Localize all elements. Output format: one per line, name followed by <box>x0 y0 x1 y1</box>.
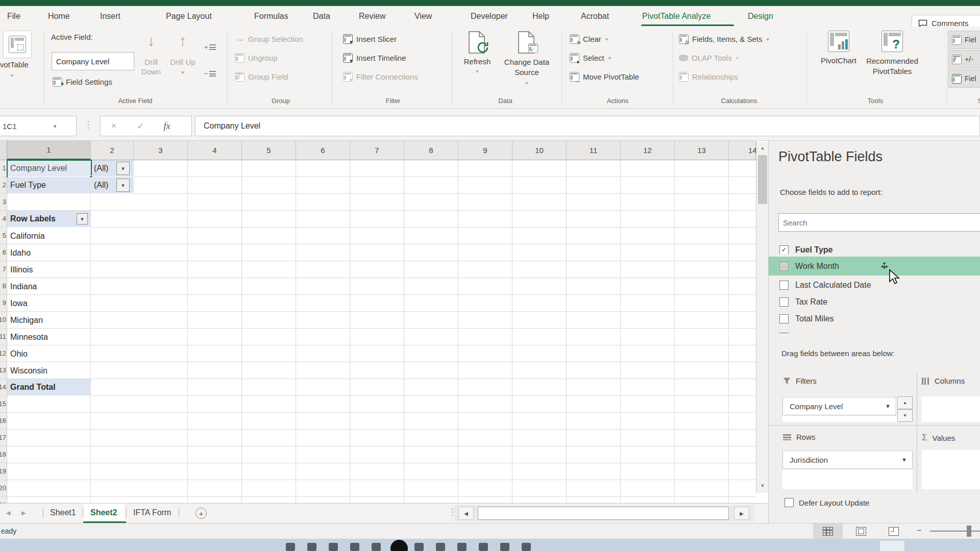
name-box[interactable]: ▾ <box>0 116 77 136</box>
field-item-total-miles[interactable]: Total Miles <box>769 310 980 327</box>
cell-jurisdiction[interactable]: Illinois <box>7 261 91 278</box>
search-input[interactable] <box>778 213 980 232</box>
pivottable-button[interactable] <box>3 31 32 58</box>
row-header[interactable]: 13 <box>0 362 7 379</box>
cell-jurisdiction[interactable]: Idaho <box>7 244 91 261</box>
relationships-button[interactable]: Relationships <box>679 70 738 83</box>
field-list-button[interactable]: Fiel <box>948 31 980 49</box>
insert-function-icon[interactable]: fx <box>154 121 180 132</box>
checkbox[interactable] <box>785 498 794 507</box>
taskbar-icon[interactable] <box>307 543 316 551</box>
chevron-down-icon[interactable]: ∨ <box>10 73 14 78</box>
active-field-input[interactable] <box>52 53 134 70</box>
zoom-out-icon[interactable]: − <box>917 526 921 535</box>
formula-input-box[interactable] <box>195 116 980 136</box>
cell-jurisdiction[interactable]: California <box>7 228 91 244</box>
row-header[interactable]: 10 <box>0 312 7 329</box>
tab-help[interactable]: Help <box>532 6 549 27</box>
collapse-field-button[interactable]: − <box>204 67 216 80</box>
tab-formulas[interactable]: Formulas <box>254 6 288 27</box>
taskbar-icon[interactable] <box>436 543 445 551</box>
dropdown-icon[interactable]: ▼ <box>885 403 891 409</box>
tab-view[interactable]: View <box>414 6 432 27</box>
clear-button[interactable]: ◆ Clear ∨ <box>570 33 608 45</box>
cell-jurisdiction[interactable]: Indiana <box>7 278 91 295</box>
spinner-up-button[interactable]: ▲ <box>897 396 913 409</box>
move-pivottable-button[interactable]: → Move PivotTable <box>570 70 639 83</box>
scroll-right-button[interactable]: ▶ <box>734 507 749 520</box>
name-box-input[interactable] <box>0 121 54 131</box>
checkbox-checked[interactable]: ✓ <box>779 245 789 255</box>
change-data-source-button[interactable]: → Change Data Source ∨ <box>498 31 555 87</box>
zoom-slider-track[interactable] <box>930 531 980 532</box>
field-item-fuel-type[interactable]: ✓ Fuel Type <box>769 241 980 254</box>
row-header[interactable]: 21 <box>0 497 7 503</box>
horizontal-scroll-thumb[interactable] <box>478 507 729 520</box>
tab-design[interactable]: Design <box>748 6 773 27</box>
sheet-nav-left-icon[interactable]: ◀ <box>6 510 10 516</box>
tab-page-layout[interactable]: Page Layout <box>166 6 212 27</box>
insert-timeline-button[interactable]: ▼ Insert Timeline <box>343 52 406 64</box>
field-settings-button[interactable]: * Field Settings <box>53 76 112 88</box>
spinner-down-button[interactable]: ▼ <box>897 409 913 422</box>
row-header[interactable]: 7 <box>0 261 7 278</box>
scroll-down-button[interactable]: ▼ <box>757 480 768 492</box>
confirm-entry-icon[interactable]: ✓ <box>127 121 154 132</box>
row-header[interactable]: 20 <box>0 480 7 497</box>
cell-jurisdiction[interactable]: Ohio <box>7 345 91 362</box>
sheet-tab-sheet2[interactable]: Sheet2 <box>83 504 124 522</box>
filter-dropdown-button[interactable]: ▾ <box>116 162 130 175</box>
defer-layout-update[interactable]: Defer Layout Update <box>785 498 869 507</box>
filter-connections-button[interactable]: ▼ Filter Connections <box>343 70 418 83</box>
cell-grand-total[interactable]: Grand Total <box>7 379 91 396</box>
field-item-work-month[interactable]: Work Month <box>769 257 980 276</box>
pivottable-label[interactable]: votTable <box>0 60 36 69</box>
filter-dropdown-button[interactable]: ▾ <box>116 179 130 192</box>
formula-bar-drag-dots-icon[interactable]: ⋮ <box>84 119 92 130</box>
dropdown-icon[interactable]: ▼ <box>901 457 907 463</box>
column-header[interactable]: 14 <box>729 141 756 160</box>
normal-view-button[interactable] <box>813 523 843 539</box>
drill-up-button[interactable]: ↑ Drill Up ∨ <box>168 31 197 76</box>
page-layout-view-button[interactable] <box>846 523 876 539</box>
vertical-scrollbar[interactable]: ▲ ▼ <box>756 142 768 493</box>
column-header[interactable]: 3 <box>134 141 188 160</box>
column-header[interactable]: 10 <box>512 141 567 160</box>
sheet-nav-right-icon[interactable]: ▶ <box>21 510 26 516</box>
tab-acrobat[interactable]: Acrobat <box>581 6 609 27</box>
group-field-button[interactable]: 7 Group Field <box>235 70 288 83</box>
row-header[interactable]: 5 <box>0 228 7 244</box>
taskbar-icon[interactable] <box>286 543 295 551</box>
taskbar-icon[interactable] <box>457 543 467 551</box>
tab-review[interactable]: Review <box>359 6 385 27</box>
scroll-up-button[interactable]: ▲ <box>757 142 768 154</box>
taskbar-icon[interactable] <box>350 543 359 551</box>
checkbox[interactable] <box>779 333 789 334</box>
row-header[interactable]: 16 <box>0 413 7 430</box>
select-all-corner[interactable] <box>0 141 7 160</box>
column-header[interactable]: 11 <box>567 141 621 160</box>
column-header[interactable]: 12 <box>621 141 675 160</box>
taskbar-icon[interactable] <box>880 541 904 551</box>
row-header[interactable]: 2 <box>0 177 7 194</box>
taskbar-icon[interactable] <box>372 543 381 551</box>
new-sheet-button[interactable]: + <box>195 508 207 519</box>
row-header[interactable]: 19 <box>0 463 7 480</box>
checkbox[interactable] <box>779 262 789 271</box>
row-header[interactable]: 11 <box>0 329 7 345</box>
tab-developer[interactable]: Developer <box>471 6 508 27</box>
field-item-tax-rate[interactable]: Tax Rate <box>769 293 980 310</box>
values-drop-zone[interactable] <box>922 450 980 489</box>
rows-pill-jurisdiction[interactable]: Jurisdiction ▼ <box>782 450 913 469</box>
column-header[interactable]: 13 <box>675 141 729 160</box>
row-labels-dropdown-button[interactable]: ▾ <box>77 213 88 224</box>
ungroup-button[interactable]: Ungroup <box>235 52 278 64</box>
zoom-slider-handle[interactable] <box>967 525 971 537</box>
column-header[interactable]: 6 <box>296 141 350 160</box>
row-header[interactable]: 8 <box>0 278 7 295</box>
taskbar-icon[interactable] <box>414 543 424 551</box>
name-box-dropdown-icon[interactable]: ▾ <box>54 123 57 130</box>
sheet-tab-ifta-form[interactable]: IFTA Form <box>126 504 178 522</box>
plus-minus-buttons-button[interactable]: + +/- <box>948 50 980 68</box>
taskbar-icon[interactable] <box>479 543 488 551</box>
